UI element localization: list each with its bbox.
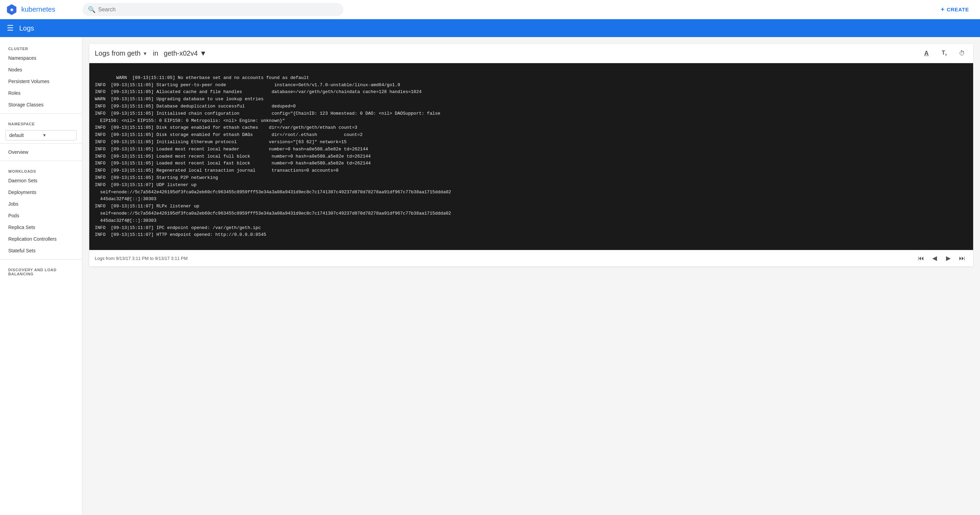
logs-footer: Logs from 9/13/17 3:11 PM to 9/13/17 3:1…	[89, 250, 973, 266]
font-size-icon: Tт	[942, 50, 947, 57]
namespace-selector[interactable]: default ▼	[5, 130, 76, 140]
logs-toolbar: Logs from geth ▼ in geth-x02v4 ▼ A Tт	[89, 44, 973, 63]
sidebar-item-namespaces[interactable]: Namespaces	[0, 52, 82, 64]
svg-text:⎈: ⎈	[10, 7, 13, 12]
font-color-icon: A	[924, 50, 929, 57]
search-icon: 🔍	[88, 6, 95, 13]
sidebar-item-roles[interactable]: Roles	[0, 87, 82, 99]
discovery-section-title: Discovery and Load Balancing	[0, 262, 82, 277]
logs-container-selector[interactable]: geth-x02v4 ▼	[164, 49, 207, 57]
sidebar-item-deployments[interactable]: Deployments	[0, 186, 82, 198]
sidebar-divider-3	[0, 161, 82, 161]
logo-area: ⎈ kubernetes	[5, 3, 74, 16]
main-content: Logs from geth ▼ in geth-x02v4 ▼ A Tт	[83, 37, 980, 515]
last-page-icon: ⏭	[959, 255, 965, 262]
sidebar-item-persistent-volumes[interactable]: Persistent Volumes	[0, 76, 82, 87]
create-button[interactable]: + CREATE	[935, 3, 975, 16]
sidebar-item-replica-sets[interactable]: Replica Sets	[0, 221, 82, 233]
sidebar-item-jobs[interactable]: Jobs	[0, 198, 82, 210]
sidebar-item-daemon-sets[interactable]: Daemon Sets	[0, 175, 82, 186]
search-input[interactable]	[98, 6, 338, 13]
sidebar-item-storage-classes[interactable]: Storage Classes	[0, 99, 82, 111]
prev-page-button[interactable]: ◀	[929, 253, 940, 264]
sidebar-divider-1	[0, 113, 82, 114]
sidebar-item-overview[interactable]: Overview	[0, 146, 82, 158]
logs-in-label: in	[150, 49, 161, 57]
topbar: ⎈ kubernetes 🔍 + CREATE	[0, 0, 980, 19]
logs-container-label: geth-x02v4	[164, 49, 198, 57]
next-page-button[interactable]: ▶	[943, 253, 954, 264]
container-dropdown-icon: ▼	[200, 49, 207, 57]
font-size-button[interactable]: Tт	[939, 48, 950, 59]
kubernetes-logo: ⎈	[5, 3, 18, 16]
logs-pagination: ⏮ ◀ ▶ ⏭	[915, 253, 968, 264]
page-header: ☰ Logs	[0, 19, 980, 37]
workloads-section-title: Workloads	[0, 164, 82, 175]
logs-card: Logs from geth ▼ in geth-x02v4 ▼ A Tт	[89, 44, 973, 266]
search-bar[interactable]: 🔍	[83, 3, 344, 16]
cluster-section-title: Cluster	[0, 41, 82, 52]
font-color-button[interactable]: A	[921, 48, 932, 59]
first-page-icon: ⏮	[918, 255, 924, 262]
last-page-button[interactable]: ⏭	[957, 253, 968, 264]
source-dropdown-icon: ▼	[143, 51, 147, 56]
logs-time-range: Logs from 9/13/17 3:11 PM to 9/13/17 3:1…	[95, 256, 188, 261]
sidebar-item-stateful-sets[interactable]: Stateful Sets	[0, 245, 82, 256]
sidebar: Cluster Namespaces Nodes Persistent Volu…	[0, 37, 83, 515]
namespace-dropdown-icon: ▼	[43, 133, 73, 138]
logs-content: WARN [09-13|15:11:05] No etherbase set a…	[95, 75, 451, 238]
logs-source-selector[interactable]: Logs from geth ▼	[95, 49, 147, 57]
sidebar-item-pods[interactable]: Pods	[0, 210, 82, 221]
first-page-button[interactable]: ⏮	[915, 253, 926, 264]
create-plus-icon: +	[941, 6, 945, 13]
menu-icon[interactable]: ☰	[7, 24, 14, 33]
sidebar-item-nodes[interactable]: Nodes	[0, 64, 82, 76]
app-name: kubernetes	[21, 5, 55, 13]
logs-body: WARN [09-13|15:11:05] No etherbase set a…	[89, 63, 973, 250]
prev-page-icon: ◀	[932, 254, 937, 262]
logs-source-label: Logs from geth	[95, 49, 140, 57]
layout: Cluster Namespaces Nodes Persistent Volu…	[0, 37, 980, 515]
toolbar-icons: A Tт ⏱	[921, 48, 968, 59]
page-title: Logs	[19, 24, 34, 32]
timestamp-icon: ⏱	[959, 50, 965, 57]
sidebar-divider-2	[0, 143, 82, 143]
namespace-section-title: Namespace	[0, 116, 82, 127]
next-page-icon: ▶	[946, 254, 951, 262]
namespace-value: default	[9, 132, 40, 138]
timestamp-toggle-button[interactable]: ⏱	[957, 48, 968, 59]
sidebar-item-replication-controllers[interactable]: Replication Controllers	[0, 233, 82, 245]
